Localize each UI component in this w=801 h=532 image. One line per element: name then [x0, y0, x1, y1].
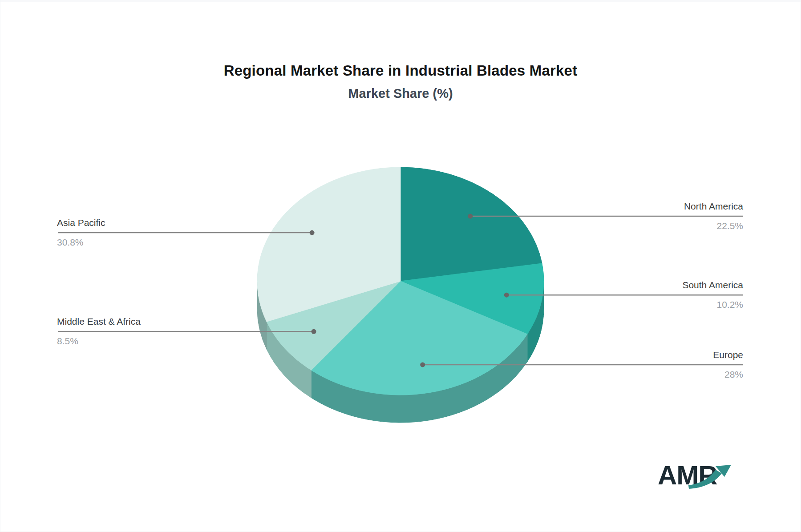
chart-canvas: Regional Market Share in Industrial Blad…	[0, 0, 801, 532]
growth-arrow-icon	[655, 459, 757, 499]
leader-dot-europe	[420, 362, 425, 367]
leader-dot-middle-east-africa	[312, 329, 316, 334]
slice-label-name: South America	[682, 280, 743, 290]
leader-dot-north-america	[468, 214, 473, 219]
slice-label-name: Asia Pacific	[57, 218, 105, 228]
slice-label-value: 28%	[724, 369, 743, 380]
slice-label-value: 8.5%	[57, 336, 78, 347]
slice-label-name: Middle East & Africa	[57, 316, 141, 327]
slice-label-value: 22.5%	[716, 221, 743, 231]
leader-dot-asia-pacific	[310, 230, 315, 235]
brand-logo: AMR	[655, 459, 757, 499]
leader-dot-south-america	[504, 293, 509, 298]
slice-label-name: North America	[684, 201, 743, 212]
slice-label-value: 10.2%	[716, 299, 743, 310]
pie-chart	[0, 0, 801, 532]
pie-slice-north-america[interactable]	[400, 167, 542, 281]
slice-label-name: Europe	[713, 350, 743, 360]
slice-label-value: 30.8%	[57, 237, 84, 248]
